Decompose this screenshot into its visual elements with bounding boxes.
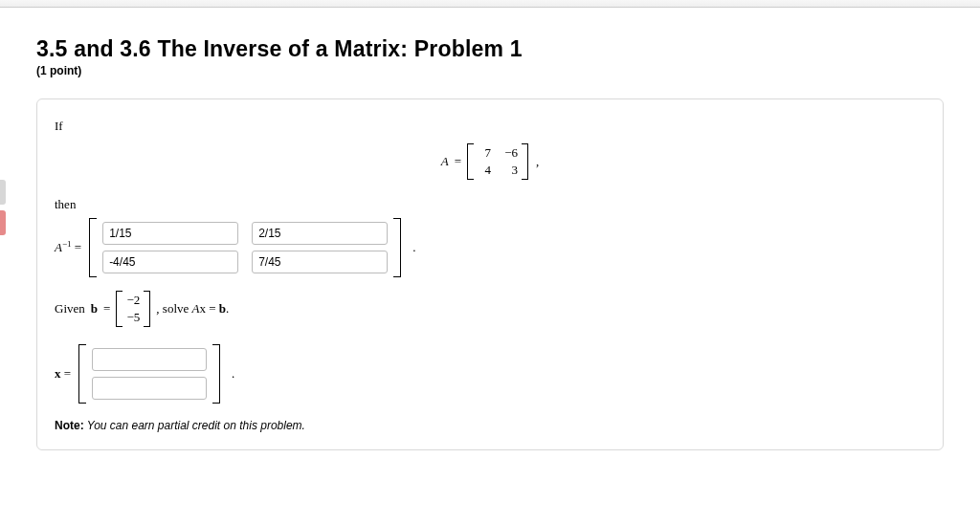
- Ainv-input-r1c2[interactable]: [252, 222, 388, 245]
- Ainv-period: .: [409, 240, 415, 255]
- A-comma: ,: [534, 154, 539, 169]
- solve-text: , solve Ax = b.: [156, 301, 229, 317]
- x-solution-row: x = .: [55, 344, 925, 404]
- A-r2c2: 3: [504, 163, 518, 178]
- A-inverse-row: A−1 = .: [55, 218, 925, 277]
- equals-sign: =: [455, 154, 461, 169]
- side-tabs: [0, 180, 6, 237]
- matrix-A: 7 −6 4 3: [467, 143, 528, 180]
- b-r2: −5: [126, 310, 140, 325]
- problem-points: (1 point): [36, 64, 944, 77]
- Ainv-input-r2c2[interactable]: [252, 251, 388, 273]
- matrix-A-definition: A = 7 −6 4 3 ,: [55, 143, 925, 180]
- Ainv-input-r1c1[interactable]: [102, 222, 238, 245]
- then-text: then: [55, 197, 925, 212]
- x-label: x =: [55, 366, 71, 382]
- if-text: If: [55, 119, 925, 134]
- A-inverse-matrix: [89, 218, 401, 277]
- x-input-r1[interactable]: [92, 348, 207, 371]
- A-r1c1: 7: [478, 145, 491, 161]
- equals-sign-b: =: [103, 301, 110, 317]
- x-vector-inputs: [78, 344, 220, 404]
- x-input-r2[interactable]: [92, 377, 207, 400]
- A-inverse-label: A−1 =: [55, 239, 81, 255]
- b-r1: −2: [126, 293, 140, 308]
- partial-credit-note: Note: You can earn partial credit on thi…: [55, 419, 925, 432]
- A-r2c1: 4: [478, 163, 491, 178]
- toolbar-divider: [0, 0, 980, 8]
- A-label: A: [441, 154, 449, 169]
- vector-b: −2 −5: [116, 291, 150, 327]
- b-label: b: [91, 301, 98, 317]
- problem-title: 3.5 and 3.6 The Inverse of a Matrix: Pro…: [36, 36, 944, 62]
- x-period: .: [228, 366, 234, 382]
- Ainv-input-r2c1[interactable]: [102, 251, 238, 273]
- given-text: Given: [55, 301, 85, 317]
- problem-box: If A = 7 −6 4 3 , then: [36, 98, 944, 450]
- A-r1c2: −6: [504, 145, 518, 161]
- page-content: 3.5 and 3.6 The Inverse of a Matrix: Pro…: [0, 0, 980, 450]
- given-b-row: Given b = −2 −5 , solve Ax = b.: [55, 291, 925, 327]
